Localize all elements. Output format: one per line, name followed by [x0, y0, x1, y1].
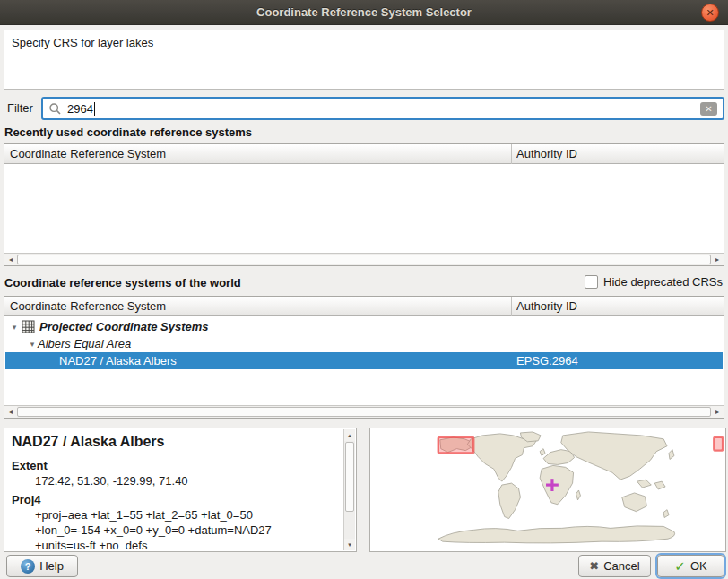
recent-col-authority[interactable]: Authority ID: [516, 147, 577, 160]
crs-message-text: Specify CRS for layer lakes: [12, 36, 153, 49]
world-crs-table: Coordinate Reference System Authority ID…: [4, 296, 724, 419]
proj4-line: +units=us-ft +no_defs: [12, 539, 338, 552]
tree-item-label[interactable]: Albers Equal Area: [38, 337, 131, 350]
scroll-right-icon[interactable]: ▸: [711, 254, 724, 265]
recent-crs-table: Coordinate Reference System Authority ID…: [4, 143, 724, 266]
ok-button[interactable]: ✓ OK: [657, 555, 724, 577]
close-icon[interactable]: ✕: [701, 4, 719, 22]
hscroll-thumb[interactable]: [17, 407, 711, 417]
world-section-heading: Coordinate reference systems of the worl…: [4, 276, 241, 290]
crs-extent-preview: [369, 428, 726, 552]
expander-icon[interactable]: ▾: [9, 323, 20, 332]
scroll-up-icon[interactable]: ▴: [344, 429, 355, 441]
details-vscrollbar[interactable]: ▴ ▾: [343, 429, 355, 550]
vscroll-thumb[interactable]: [345, 442, 354, 512]
help-icon: ?: [21, 559, 35, 574]
tree-item-nad27-alaska-albers[interactable]: NAD27 / Alaska Albers EPSG:2964: [5, 352, 723, 369]
scroll-left-icon[interactable]: ◂: [4, 254, 17, 265]
recent-col-crs[interactable]: Coordinate Reference System: [10, 147, 166, 160]
ok-icon: ✓: [674, 558, 686, 575]
world-col-crs[interactable]: Coordinate Reference System: [10, 299, 166, 313]
text-caret: [94, 102, 95, 116]
extent-label: Extent: [12, 459, 338, 472]
checkbox-box[interactable]: [585, 275, 598, 289]
recent-table-header[interactable]: Coordinate Reference System Authority ID: [4, 144, 724, 164]
hscroll-thumb[interactable]: [17, 255, 711, 264]
hide-deprecated-checkbox[interactable]: Hide deprecated CRSs: [585, 275, 723, 289]
scroll-down-icon[interactable]: ▾: [344, 539, 355, 550]
extent-value: 172.42, 51.30, -129.99, 71.40: [12, 474, 338, 488]
world-table-hscrollbar[interactable]: ◂ ▸: [4, 405, 724, 418]
crs-details-panel: NAD27 / Alaska Albers Extent 172.42, 51.…: [4, 428, 357, 552]
world-table-header[interactable]: Coordinate Reference System Authority ID: [4, 297, 724, 316]
tree-item-label[interactable]: Projected Coordinate Systems: [39, 320, 209, 333]
column-divider[interactable]: [511, 297, 512, 316]
cancel-icon: ✖: [589, 559, 599, 573]
tree-item-label[interactable]: NAD27 / Alaska Albers: [59, 354, 177, 367]
grid-icon: [22, 320, 35, 333]
search-icon: [48, 102, 62, 116]
filter-input[interactable]: 2964 ✕: [41, 97, 724, 120]
scroll-left-icon[interactable]: ◂: [4, 406, 17, 418]
crs-details-title: NAD27 / Alaska Albers: [12, 434, 338, 450]
filter-label: Filter: [7, 101, 33, 115]
titlebar[interactable]: Coordinate Reference System Selector ✕: [0, 0, 728, 25]
tree-item-projected-coordinate-systems[interactable]: ▾ Projected Coordinate Systems: [5, 318, 723, 335]
column-divider[interactable]: [511, 144, 512, 164]
filter-value[interactable]: 2964: [67, 102, 93, 116]
cancel-button[interactable]: ✖ Cancel: [578, 555, 651, 577]
window-title: Coordinate Reference System Selector: [256, 5, 472, 19]
ok-button-label: OK: [690, 559, 707, 573]
hide-deprecated-label: Hide deprecated CRSs: [603, 275, 723, 289]
cancel-button-label: Cancel: [603, 559, 639, 573]
recent-section-heading: Recently used coordinate reference syste…: [4, 125, 252, 139]
clear-filter-icon[interactable]: ✕: [700, 102, 717, 116]
help-button-label: Help: [39, 559, 64, 573]
recent-table-hscrollbar[interactable]: ◂ ▸: [4, 253, 724, 265]
expander-icon[interactable]: ▾: [27, 340, 38, 349]
proj4-label: Proj4: [12, 493, 338, 506]
world-map: [370, 428, 725, 551]
world-col-authority[interactable]: Authority ID: [516, 299, 577, 313]
crs-selector-dialog: Coordinate Reference System Selector ✕ S…: [0, 0, 728, 579]
proj4-line: +proj=aea +lat_1=55 +lat_2=65 +lat_0=50: [12, 508, 338, 522]
authority-id-value[interactable]: EPSG:2964: [516, 354, 578, 367]
tree-item-albers-equal-area[interactable]: ▾ Albers Equal Area: [5, 335, 723, 352]
help-button[interactable]: ? Help: [6, 555, 78, 577]
proj4-line: +lon_0=-154 +x_0=0 +y_0=0 +datum=NAD27: [12, 523, 338, 537]
crs-message-box: Specify CRS for layer lakes: [4, 30, 724, 90]
scroll-right-icon[interactable]: ▸: [711, 406, 724, 418]
